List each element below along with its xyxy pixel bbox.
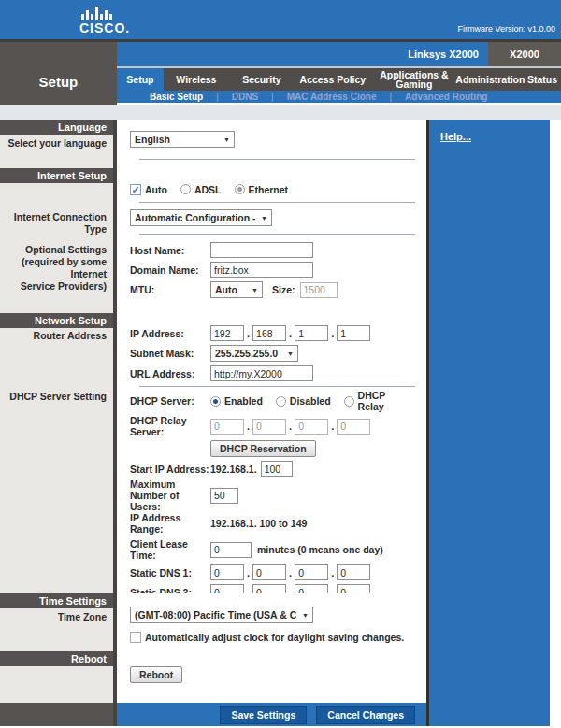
- chevron-down-icon: ▼: [302, 612, 309, 619]
- ip-octet-3[interactable]: [295, 325, 328, 341]
- dhcp-server-label: DHCP Server:: [130, 395, 210, 407]
- dns2-octet-2[interactable]: [252, 584, 286, 593]
- tab-security[interactable]: Security: [229, 68, 295, 91]
- chevron-down-icon: ▼: [261, 215, 267, 221]
- auto-checkbox[interactable]: ✓: [130, 184, 141, 195]
- dhcp-enabled-radio[interactable]: [210, 396, 221, 407]
- dns1-octet-4[interactable]: [337, 564, 370, 580]
- dhcp-enabled-label: Enabled: [224, 395, 263, 407]
- chevron-down-icon: ▼: [287, 350, 294, 357]
- lease-time-suffix: minutes (0 means one day): [257, 544, 383, 555]
- time-zone-select[interactable]: (GMT-08:00) Pacific Time (USA & Canada) …: [130, 607, 313, 623]
- adsl-label: ADSL: [194, 184, 222, 195]
- domain-name-label: Domain Name:: [130, 264, 210, 276]
- tab-wireless[interactable]: Wireless: [164, 68, 229, 91]
- url-address-input[interactable]: [210, 365, 313, 381]
- host-name-input[interactable]: [210, 242, 313, 258]
- size-label: Size:: [272, 284, 295, 295]
- optional-settings-label: Optional Settings (required by some Inte…: [0, 244, 107, 293]
- dns2-octet-4[interactable]: [337, 584, 370, 593]
- section-header-network-setup: Network Setup: [0, 313, 113, 328]
- time-zone-label: Time Zone: [0, 611, 107, 623]
- subnav-separator: |: [271, 92, 274, 102]
- dhcp-relay-radio[interactable]: [344, 396, 354, 407]
- section-divider: [139, 159, 415, 160]
- cancel-changes-button[interactable]: Cancel Changes: [316, 706, 415, 724]
- section-divider: [139, 386, 415, 387]
- dst-checkbox[interactable]: [130, 632, 141, 643]
- chevron-down-icon: ▼: [252, 287, 258, 293]
- internet-connection-type-label: Internet Connection Type: [0, 211, 107, 236]
- footer-bar: Save Settings Cancel Changes: [117, 703, 426, 726]
- dhcp-disabled-label: Disabled: [290, 395, 331, 407]
- cisco-logo-text: CISCO.: [79, 21, 130, 36]
- model-tab[interactable]: X2000: [488, 42, 561, 66]
- select-language-label: Select your language: [0, 137, 107, 150]
- subnav: Basic Setup | DDNS | MAC Address Clone |…: [117, 91, 561, 103]
- lease-time-input[interactable]: [210, 542, 252, 558]
- dhcp-relay-label: DHCP Relay: [358, 390, 413, 412]
- tab-administration[interactable]: Administration: [457, 68, 524, 91]
- subnet-mask-label: Subnet Mask:: [130, 348, 210, 359]
- dhcp-relay-server-label: DHCP Relay Server:: [130, 415, 210, 437]
- section-header-internet-setup: Internet Setup: [0, 168, 113, 183]
- ip-address-label: IP Address:: [130, 328, 210, 339]
- max-users-input[interactable]: [210, 488, 238, 504]
- subnav-advanced-routing[interactable]: Advanced Routing: [405, 92, 487, 102]
- sidebar-footer-block: [0, 703, 113, 726]
- dhcp-reservation-button[interactable]: DHCP Reservation: [210, 440, 316, 457]
- dns1-octet-2[interactable]: [252, 564, 286, 580]
- subnav-mac-address-clone[interactable]: MAC Address Clone: [287, 92, 377, 102]
- cisco-logo: CISCO.: [79, 6, 130, 36]
- main-tabs: Setup Wireless Security Access Policy Ap…: [117, 68, 561, 91]
- subnet-mask-select[interactable]: 255.255.255.0 ▼: [210, 345, 298, 362]
- host-name-label: Host Name:: [130, 245, 210, 256]
- dns2-octet-1[interactable]: [210, 584, 244, 593]
- tab-setup[interactable]: Setup: [117, 68, 164, 91]
- model-strip: Linksys X2000 X2000: [117, 42, 561, 68]
- static-dns2-label: Static DNS 2:: [130, 587, 210, 594]
- subnav-basic-setup[interactable]: Basic Setup: [150, 92, 203, 102]
- tab-status[interactable]: Status: [524, 68, 561, 91]
- reboot-button[interactable]: Reboot: [130, 666, 182, 683]
- mtu-select[interactable]: Auto ▼: [210, 281, 263, 298]
- dhcp-server-setting-label: DHCP Server Setting: [0, 391, 107, 403]
- relay-octet-1: [210, 419, 244, 435]
- language-section: English ▼: [117, 120, 426, 168]
- language-select[interactable]: English ▼: [130, 131, 235, 148]
- url-address-label: URL Address:: [130, 368, 210, 379]
- firmware-version: Firmware Version: v1.0.00: [457, 24, 555, 36]
- connection-type-select[interactable]: Automatic Configuration - DHCP ▼: [130, 209, 272, 226]
- ip-range-label: IP Address Range:: [130, 512, 210, 535]
- ip-octet-2[interactable]: [252, 325, 286, 341]
- tab-access-policy[interactable]: Access Policy: [295, 68, 371, 91]
- sidebar: Language Select your language Internet S…: [0, 120, 117, 726]
- relay-octet-2: [252, 419, 286, 435]
- mtu-size-input: [300, 282, 338, 298]
- save-settings-button[interactable]: Save Settings: [220, 706, 307, 724]
- router-address-label: Router Address: [0, 330, 107, 342]
- dns2-octet-3[interactable]: [295, 584, 328, 593]
- subnav-ddns[interactable]: DDNS: [232, 92, 258, 102]
- adsl-radio[interactable]: [180, 184, 191, 194]
- help-link[interactable]: Help...: [440, 131, 471, 142]
- start-ip-input[interactable]: [261, 461, 293, 477]
- dns1-octet-3[interactable]: [295, 564, 328, 580]
- cisco-bridge-icon: [81, 6, 130, 20]
- body-row: Language Select your language Internet S…: [0, 120, 561, 726]
- ip-octet-4[interactable]: [337, 325, 370, 341]
- dns1-octet-1[interactable]: [210, 564, 244, 580]
- header-right: Linksys X2000 X2000 Setup Wireless Secur…: [117, 42, 561, 105]
- reboot-section: Reboot: [117, 651, 426, 703]
- dhcp-disabled-radio[interactable]: [276, 396, 286, 407]
- ip-octet-1[interactable]: [210, 325, 244, 341]
- section-divider: [139, 202, 415, 203]
- max-users-label: Maximum Number of Users:: [130, 478, 210, 512]
- tab-applications-gaming[interactable]: Applications & Gaming: [371, 68, 457, 91]
- network-setup-section: IP Address: . . . Subnet Mask: 255.255.2…: [117, 313, 426, 593]
- router-admin-page: CISCO. Firmware Version: v1.0.00 Setup L…: [0, 0, 561, 728]
- ethernet-radio[interactable]: [235, 184, 245, 194]
- static-dns1-label: Static DNS 1:: [130, 567, 210, 578]
- domain-name-input[interactable]: [210, 262, 313, 278]
- lease-time-label: Client Lease Time:: [130, 538, 210, 561]
